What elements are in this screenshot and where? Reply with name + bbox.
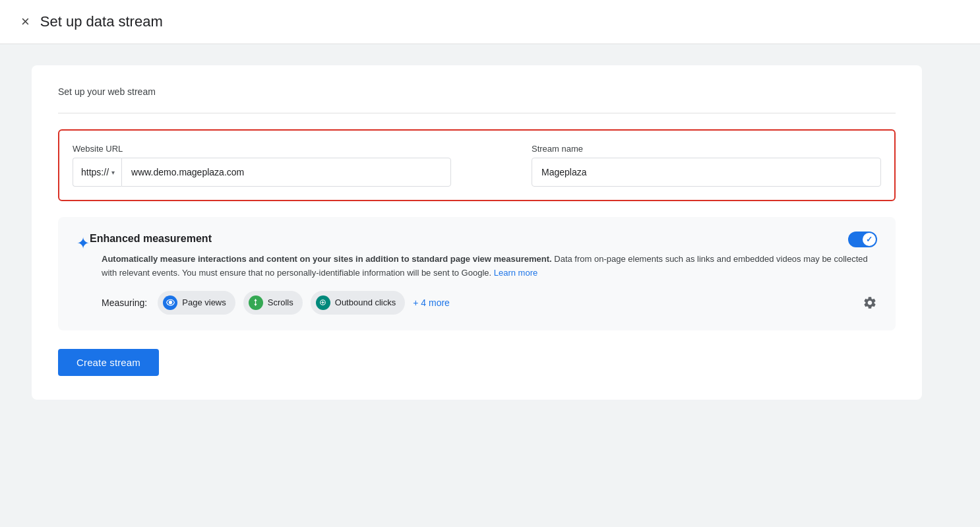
svg-point-0 bbox=[169, 301, 172, 304]
enhanced-title: Enhanced measurement bbox=[90, 233, 848, 245]
enhanced-header-text: Enhanced measurement bbox=[90, 233, 848, 245]
divider bbox=[58, 113, 896, 113]
chip-label-scrolls: Scrolls bbox=[268, 297, 293, 307]
header: × Set up data stream bbox=[0, 0, 980, 44]
protocol-select[interactable]: https:// ▾ bbox=[73, 158, 121, 187]
toggle-container[interactable]: ✓ bbox=[848, 232, 877, 250]
toggle-thumb: ✓ bbox=[863, 233, 876, 246]
card-subtitle: Set up your web stream bbox=[58, 86, 896, 97]
url-section: Website URL https:// ▾ Stream name bbox=[58, 129, 896, 201]
protocol-value: https:// bbox=[81, 167, 109, 177]
page-container: × Set up data stream Set up your web str… bbox=[0, 0, 980, 527]
enhanced-description: Automatically measure interactions and c… bbox=[102, 253, 877, 280]
chip-outbound-clicks: Outbound clicks bbox=[311, 291, 406, 315]
enhanced-desc-bold: Automatically measure interactions and c… bbox=[102, 254, 552, 264]
chip-label-page-views: Page views bbox=[182, 297, 226, 307]
more-link[interactable]: + 4 more bbox=[413, 297, 450, 308]
measuring-label: Measuring: bbox=[102, 297, 147, 308]
chip-page-views: Page views bbox=[158, 291, 235, 315]
stream-name-input[interactable] bbox=[532, 158, 881, 187]
page-views-icon bbox=[163, 295, 177, 310]
create-stream-button[interactable]: Create stream bbox=[58, 349, 159, 376]
url-field-group: Website URL https:// ▾ bbox=[73, 144, 521, 187]
settings-gear-icon[interactable] bbox=[863, 295, 877, 310]
url-input-row: https:// ▾ bbox=[73, 158, 521, 187]
stream-name-field-group: Stream name bbox=[532, 144, 881, 187]
scrolls-icon bbox=[249, 295, 263, 310]
website-url-label: Website URL bbox=[73, 144, 521, 154]
page-title: Set up data stream bbox=[40, 13, 163, 30]
measuring-row: Measuring: Page views bbox=[102, 291, 877, 315]
stream-name-label: Stream name bbox=[532, 144, 881, 154]
url-input[interactable] bbox=[121, 158, 451, 187]
chip-scrolls: Scrolls bbox=[243, 291, 303, 315]
enhanced-body: Automatically measure interactions and c… bbox=[102, 253, 877, 315]
sparkle-icon: ✦ bbox=[77, 234, 90, 253]
enhanced-measurement-card: ✦ Enhanced measurement ✓ bbox=[58, 217, 896, 330]
outbound-clicks-icon bbox=[316, 295, 330, 310]
chevron-down-icon: ▾ bbox=[111, 169, 115, 176]
main-content: Set up your web stream Website URL https… bbox=[0, 44, 980, 421]
chip-label-outbound-clicks: Outbound clicks bbox=[335, 297, 396, 307]
enhanced-header-row: ✦ Enhanced measurement ✓ bbox=[77, 233, 877, 253]
learn-more-link[interactable]: Learn more bbox=[494, 268, 537, 278]
fields-row: Website URL https:// ▾ Stream name bbox=[73, 144, 881, 187]
setup-card: Set up your web stream Website URL https… bbox=[32, 65, 922, 400]
enhanced-toggle[interactable]: ✓ bbox=[848, 232, 877, 247]
toggle-check-icon: ✓ bbox=[866, 235, 873, 244]
close-icon[interactable]: × bbox=[21, 15, 30, 29]
